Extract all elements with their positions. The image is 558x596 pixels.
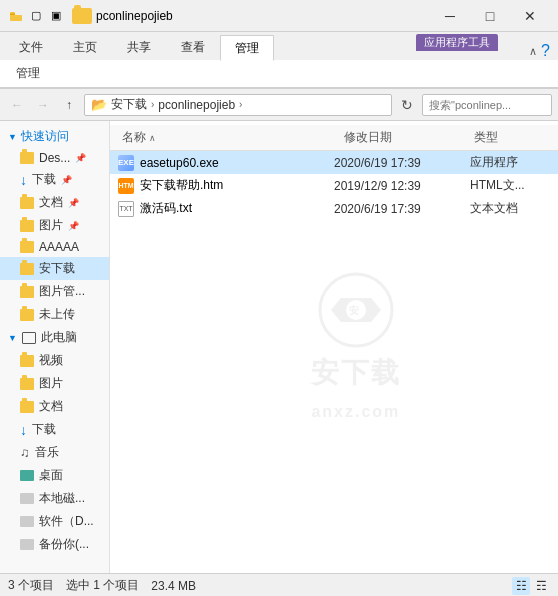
ribbon-manage-section[interactable]: 管理 [8,63,48,84]
folder-icon [20,152,34,164]
maximize-button[interactable]: □ [470,0,510,32]
refresh-button[interactable]: ↻ [396,94,418,116]
svg-rect-2 [10,13,15,15]
col-header-type[interactable]: 类型 [470,127,550,148]
htm-file-icon: HTM [118,178,134,194]
back-button[interactable]: ← [6,94,28,116]
svg-point-4 [346,300,366,320]
folder-icon-4 [20,241,34,253]
col-header-name[interactable]: 名称 ∧ [118,127,340,148]
sidebar-item-pc-download[interactable]: ↓ 下载 [0,418,109,441]
title-bar: ▢ ▣ pconlinepojieb ─ □ ✕ [0,0,558,32]
tab-view[interactable]: 查看 [166,34,220,60]
tab-file[interactable]: 文件 [4,34,58,60]
tab-share[interactable]: 共享 [112,34,166,60]
title-bar-icons: ▢ ▣ [8,8,64,24]
folder-icon-2 [20,197,34,209]
txt-file-icon: TXT [118,201,134,217]
main-area: ▼ 快速访问 Des... 📌 ↓ 下载 📌 文档 📌 图片 📌 AAAAA [0,121,558,573]
sidebar-item-software-d[interactable]: 软件（D... [0,510,109,533]
drive-icon-backup [20,539,34,550]
sidebar-item-pc-documents[interactable]: 文档 [0,395,109,418]
title-folder-icon [72,8,92,24]
file-row[interactable]: HTM 安下载帮助.htm 2019/12/9 12:39 HTML文... [110,174,558,197]
file-date-3: 2020/6/19 17:39 [334,202,464,216]
address-bar: ← → ↑ 📂 安下载 › pconlinepojieb › ↻ 🔍 [0,89,558,121]
sidebar-item-aaaaa[interactable]: AAAAA [0,237,109,257]
selected-size: 23.4 MB [151,579,196,593]
watermark: 安 安下载 anxz.com [311,270,401,424]
address-path[interactable]: 📂 安下载 › pconlinepojieb › [84,94,392,116]
sidebar-item-music[interactable]: ♫ 音乐 [0,441,109,464]
pc-arrow: ▼ [8,333,17,343]
desktop-icon [20,470,34,481]
folder-icon-3 [20,220,34,232]
path-segment-home[interactable]: 安下载 [111,96,147,113]
large-icon-view-button[interactable]: ☶ [532,577,550,595]
window-title: pconlinepojieb [96,9,430,23]
path-segment-folder[interactable]: pconlinepojieb [158,98,235,112]
path-arrow-1: › [151,99,154,110]
search-input[interactable] [429,99,558,111]
system-menu-icon[interactable] [8,8,24,24]
ribbon: 应用程序工具 文件 主页 共享 查看 管理 ∧ ? 管理 [0,32,558,89]
sidebar-item-download[interactable]: ↓ 下载 📌 [0,168,109,191]
file-row[interactable]: TXT 激活码.txt 2020/6/19 17:39 文本文档 [110,197,558,220]
view-icons: ☷ ☶ [512,577,550,595]
minimize-button[interactable]: ─ [430,0,470,32]
quick-access-arrow: ▼ [8,132,17,142]
file-date: 2020/6/19 17:39 [334,156,464,170]
sidebar-item-imgmgr[interactable]: 图片管... [0,280,109,303]
content-area: 名称 ∧ 修改日期 类型 EXE easetup60.exe 2020/6/19… [110,121,558,573]
download-icon-2: ↓ [20,422,27,438]
sidebar-item-desktop2[interactable]: 桌面 [0,464,109,487]
column-headers: 名称 ∧ 修改日期 类型 [110,125,558,151]
search-box[interactable]: 🔍 [422,94,552,116]
nav-back-icon: ▢ [28,8,44,24]
file-row[interactable]: EXE easetup60.exe 2020/6/19 17:39 应用程序 [110,151,558,174]
pc-icon [22,332,36,344]
help-icon[interactable]: ? [541,42,550,60]
sidebar-item-desktop[interactable]: Des... 📌 [0,148,109,168]
details-view-button[interactable]: ☷ [512,577,530,595]
sidebar-item-pictures[interactable]: 图片 📌 [0,214,109,237]
tab-home[interactable]: 主页 [58,34,112,60]
pin-icon-3: 📌 [68,198,79,208]
tab-manage[interactable]: 管理 [220,35,274,61]
file-name-cell-3: TXT 激活码.txt [118,200,328,217]
sidebar-item-documents[interactable]: 文档 📌 [0,191,109,214]
pin-icon-4: 📌 [68,221,79,231]
file-type-3: 文本文档 [470,200,550,217]
folder-icon-8 [20,355,34,367]
sidebar-item-video[interactable]: 视频 [0,349,109,372]
sidebar-item-pc-pictures[interactable]: 图片 [0,372,109,395]
sidebar-item-backup[interactable]: 备份你(... [0,533,109,556]
col-header-date[interactable]: 修改日期 [340,127,470,148]
app-tools-tab[interactable]: 应用程序工具 [416,34,498,51]
music-icon: ♫ [20,445,30,460]
sidebar-quick-access-header[interactable]: ▼ 快速访问 [0,125,109,148]
folder-icon-9 [20,378,34,390]
sidebar-item-localdisk[interactable]: 本地磁... [0,487,109,510]
folder-icon-7 [20,309,34,321]
sidebar: ▼ 快速访问 Des... 📌 ↓ 下载 📌 文档 📌 图片 📌 AAAAA [0,121,110,573]
forward-button[interactable]: → [32,94,54,116]
up-button[interactable]: ↑ [58,94,80,116]
svg-point-3 [320,274,392,346]
sidebar-item-anzaix[interactable]: 安下载 [0,257,109,280]
close-button[interactable]: ✕ [510,0,550,32]
sort-arrow-icon: ∧ [149,133,156,143]
drive-icon-c [20,493,34,504]
sidebar-pc-header[interactable]: ▼ 此电脑 [0,326,109,349]
folder-icon-6 [20,286,34,298]
file-type-2: HTML文... [470,177,550,194]
path-dropdown-arrow[interactable]: › [239,99,242,110]
watermark-text: 安下载 anxz.com [311,354,401,424]
file-type: 应用程序 [470,154,550,171]
file-name-cell-2: HTM 安下载帮助.htm [118,177,328,194]
folder-icon-10 [20,401,34,413]
item-count: 3 个项目 [8,577,54,594]
ribbon-expand-icon[interactable]: ∧ [529,45,537,58]
sidebar-item-notuploaded[interactable]: 未上传 [0,303,109,326]
file-date-2: 2019/12/9 12:39 [334,179,464,193]
